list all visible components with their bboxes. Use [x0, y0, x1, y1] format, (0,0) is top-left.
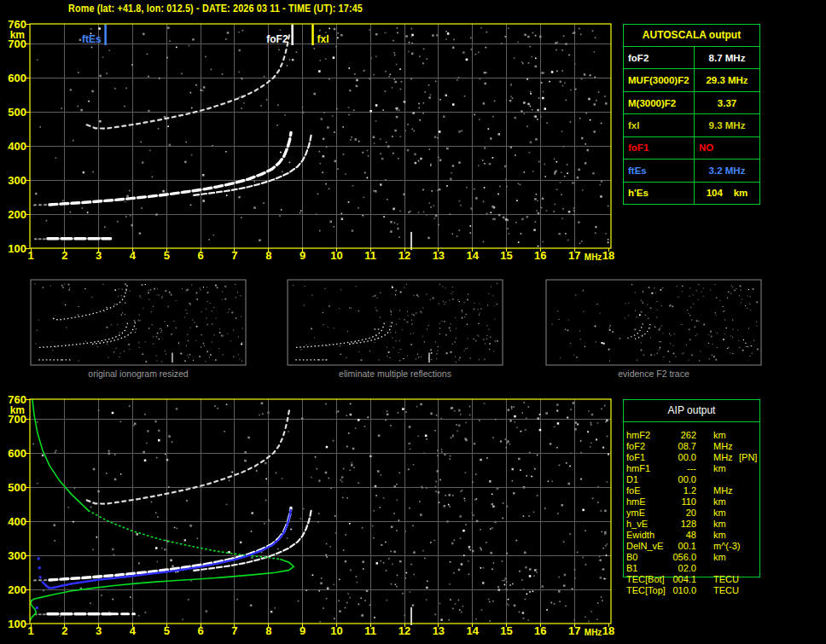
aip-row-unit: MHz — [713, 485, 739, 496]
mini-xmode-trace — [92, 322, 136, 344]
y-unit-label: km — [10, 29, 25, 41]
x-tick-label: 11 — [364, 624, 376, 637]
y-tick-label: 600 — [8, 447, 26, 460]
aip-row-note — [739, 430, 760, 441]
x-tick-label: 4 — [130, 249, 137, 262]
aip-row-name: hmE — [626, 496, 671, 508]
aip-row-note — [739, 541, 760, 552]
multiple-reflection-trace — [87, 32, 290, 129]
f2-omode-trace — [49, 508, 291, 581]
aip-row: foE1.2MHz — [626, 485, 760, 496]
autoscala-row-label: ftEs — [624, 160, 695, 181]
aip-row-name: h_vE — [626, 519, 671, 530]
profile-e-region-nose — [31, 600, 36, 619]
aip-row-note — [739, 508, 760, 519]
aip-row-value: 08.7 — [671, 441, 696, 452]
mini-multiple-trace — [53, 285, 127, 320]
autoscala-row-label: foF2 — [624, 47, 695, 68]
aip-row-note — [739, 519, 760, 530]
x-tick-label: 18 — [602, 624, 614, 637]
aip-row-unit: km — [713, 463, 739, 474]
aip-row-name: B1 — [626, 563, 671, 574]
aip-row-unit: km — [713, 519, 739, 530]
autoscala-row-value: 9.3 MHz — [695, 114, 759, 136]
x-tick-label: 17 — [568, 249, 580, 262]
aip-row-value: 02.0 — [671, 563, 696, 574]
x-tick-label: 2 — [61, 249, 67, 262]
autoscala-row-label: fxl — [624, 114, 695, 136]
x-tick-label: 6 — [198, 624, 204, 637]
x-tick-label: 8 — [265, 249, 271, 262]
x-tick-label: 18 — [602, 249, 614, 262]
restored-trace-point — [38, 566, 41, 569]
aip-row: foF208.7MHz — [626, 441, 760, 452]
y-tick-label: 500 — [8, 106, 26, 119]
autoscala-row-value: 104 km — [695, 183, 759, 204]
aip-row-name: foE — [626, 485, 671, 496]
aip-row-value: 48 — [671, 530, 696, 541]
thumbnail-eliminate — [288, 280, 503, 365]
aip-row-note — [739, 474, 760, 485]
aip-row-name: TEC[Top] — [626, 585, 671, 596]
aip-row-unit: km — [713, 552, 739, 563]
x-tick-label: 14 — [466, 624, 479, 637]
aip-row-unit: TECU — [713, 585, 739, 596]
aip-row-unit: km — [713, 496, 739, 508]
x-tick-label: 13 — [433, 249, 445, 262]
aip-row-name: hmF1 — [626, 463, 671, 474]
autoscala-row: MUF(3000)F229.3 MHz — [624, 68, 759, 90]
mini-main-trace — [39, 322, 128, 348]
corner-arc-dot — [587, 431, 589, 432]
corner-arc-dot — [556, 410, 558, 412]
aip-table-header: AIP output — [623, 404, 760, 416]
scaled-parameter-markers: ftEsfoF2fxl — [82, 25, 329, 46]
autoscala-row-value: 8.7 MHz — [695, 47, 759, 68]
aip-row-note — [739, 496, 760, 508]
marker-foF2-label: foF2 — [266, 33, 288, 45]
aip-row: hmE110km — [626, 496, 760, 508]
mini-interference-streak — [428, 352, 429, 362]
x-tick-label: 4 — [130, 624, 137, 637]
aip-row-unit: MHz — [713, 441, 739, 452]
x-tick-label: 12 — [398, 249, 410, 262]
thumbnail-border — [31, 280, 246, 365]
aip-table-rows: hmF2262kmfoF208.7MHzfoF100.0MHz[PN]hmF1-… — [626, 430, 760, 596]
window-title: Rome (lat: +41.8, lon: 012.5) - DATE: 20… — [68, 3, 363, 15]
aip-row-unit: km — [713, 508, 739, 519]
aip-row-note — [739, 463, 760, 474]
aip-row: Ewidth48km — [626, 530, 760, 541]
y-tick-label: 200 — [8, 583, 26, 596]
autoscala-row: fxl9.3 MHz — [624, 113, 759, 136]
mini-main-trace — [296, 322, 385, 348]
aip-row-name: Ewidth — [626, 530, 671, 541]
x-tick-label: 17 — [568, 624, 580, 637]
autoscala-row-label: foF1 — [624, 137, 695, 159]
thumbnail-original — [31, 280, 246, 365]
mini-interference-streak — [172, 352, 172, 362]
aip-row-value: 1.2 — [671, 485, 696, 496]
autoscala-row-value: 3.2 MHz — [695, 160, 759, 181]
x-unit-label: MHz — [585, 252, 602, 262]
x-tick-label: 9 — [300, 249, 305, 262]
aip-row-value: 00.0 — [671, 474, 696, 485]
x-tick-label: 6 — [198, 249, 204, 262]
axis-ticks — [26, 24, 608, 252]
aip-row-value: 128 — [671, 519, 696, 530]
thumbnail-border — [546, 280, 761, 365]
aip-row-name: hmF2 — [626, 430, 671, 441]
restored-trace-point — [39, 576, 42, 578]
autoscala-row: h'Es104 km — [624, 182, 759, 204]
aip-row: foF100.0MHz[PN] — [626, 452, 760, 463]
f2-omode-trace — [49, 133, 291, 206]
x-tick-label: 16 — [534, 624, 546, 637]
aip-row-unit: m^(-3) — [713, 541, 739, 552]
autoscala-row: foF28.7 MHz — [624, 47, 759, 68]
aip-row-name: DelN_vE — [626, 541, 671, 552]
autoscala-row-value: 29.3 MHz — [695, 69, 759, 90]
y-unit-label: km — [10, 404, 25, 416]
autoscala-row-label: MUF(3000)F2 — [624, 69, 695, 90]
aip-row-value: 00.1 — [671, 541, 696, 552]
x-tick-label: 5 — [164, 624, 170, 637]
f2-xmode-trace — [194, 509, 311, 571]
aip-row-unit: km — [713, 530, 739, 541]
